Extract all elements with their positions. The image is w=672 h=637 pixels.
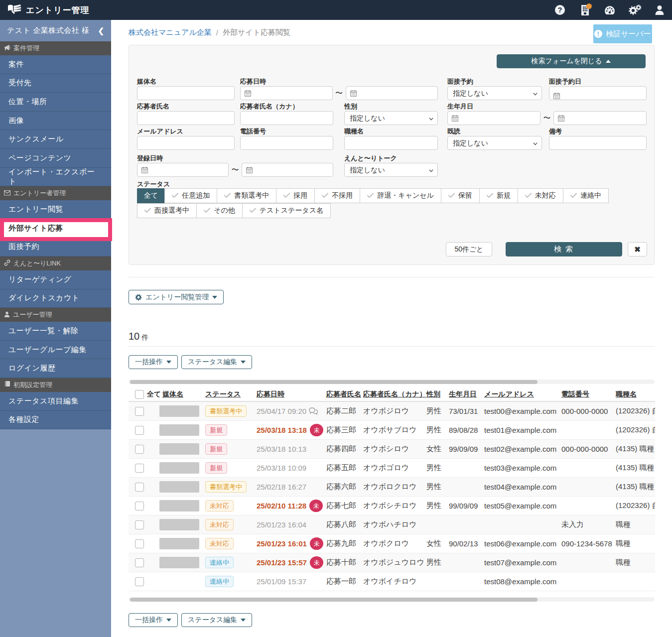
sort-link[interactable]: 応募者氏名（カナ）: [363, 390, 426, 398]
bulk-operation-button[interactable]: 一括操作: [129, 613, 178, 627]
row-checkbox[interactable]: [135, 426, 144, 435]
sidebar-collapse-icon[interactable]: ❮: [98, 26, 104, 35]
select-input[interactable]: 指定しない: [447, 136, 542, 150]
table-row[interactable]: 書類選考中25/04/17 09:20応募二郎オウボジロウ男性73/01/31t…: [129, 401, 655, 420]
row-checkbox[interactable]: [135, 558, 144, 567]
per-page-select[interactable]: 50件ごと: [446, 242, 492, 256]
table-row[interactable]: 新規25/03/18 10:13応募四郎オウボシロウ女性99/09/09test…: [129, 439, 655, 458]
table-row[interactable]: 新規25/03/18 13:18未応募三郎オウボサブロウ男性89/08/28te…: [129, 420, 655, 439]
status-filter-all[interactable]: 全て: [137, 188, 165, 203]
status-edit-button[interactable]: ステータス編集: [181, 355, 252, 369]
sidebar-item[interactable]: ステータス項目編集: [0, 392, 111, 411]
sidebar-item[interactable]: ダイレクトスカウト: [0, 289, 111, 308]
sidebar-item[interactable]: 外部サイト応募: [0, 219, 111, 238]
row-checkbox[interactable]: [135, 483, 144, 492]
date-input[interactable]: [346, 86, 438, 100]
status-filter-option[interactable]: 不採用: [314, 188, 360, 203]
row-checkbox[interactable]: [135, 464, 144, 473]
select-field[interactable]: 指定しない: [447, 86, 542, 100]
table-row[interactable]: 書類選考中25/02/18 16:27応募六郎オウボロクロウ男性test04@e…: [129, 477, 655, 496]
entry-view-management-button[interactable]: エントリー閲覧管理: [129, 290, 224, 304]
status-filter-option[interactable]: 新規: [479, 188, 518, 203]
row-checkbox[interactable]: [135, 407, 144, 416]
sidebar-item[interactable]: ユーザー一覧・解除: [0, 322, 111, 341]
sort-link[interactable]: 応募日時: [257, 390, 284, 398]
sidebar-item[interactable]: ユーザーグループ編集: [0, 341, 111, 360]
select-field[interactable]: 指定しない: [344, 163, 438, 177]
sidebar-item[interactable]: 面接予約: [0, 238, 111, 256]
settings-icon[interactable]: [622, 0, 647, 20]
table-scrollbar-bottom[interactable]: [129, 597, 655, 602]
sort-link[interactable]: 生年月日: [449, 390, 477, 398]
clear-search-button[interactable]: ✖: [628, 242, 647, 256]
table-row[interactable]: 未対応25/01/23 16:01未応募九郎オウボクロウ女性90/02/13te…: [129, 534, 655, 553]
text-input-field[interactable]: [137, 136, 235, 150]
status-filter-option[interactable]: その他: [196, 203, 243, 218]
sidebar-item[interactable]: サンクスメール: [0, 130, 111, 149]
text-input-field[interactable]: [240, 111, 333, 125]
text-input[interactable]: [549, 136, 647, 150]
sort-link[interactable]: 性別: [426, 390, 440, 398]
select-all-checkbox[interactable]: [135, 390, 144, 399]
row-checkbox[interactable]: [135, 577, 144, 586]
date-input[interactable]: [447, 111, 540, 125]
text-input[interactable]: [240, 136, 333, 150]
table-row[interactable]: 連絡中25/01/23 15:57未応募十郎オウボジュウロウ男性test07@e…: [129, 553, 655, 572]
date-input-field[interactable]: [447, 111, 540, 125]
date-input-field[interactable]: [553, 111, 647, 125]
sort-link[interactable]: 応募者氏名: [326, 390, 361, 398]
select-input[interactable]: 指定しない: [447, 86, 542, 100]
select-field[interactable]: 指定しない: [344, 111, 438, 125]
date-input[interactable]: [137, 163, 229, 177]
close-search-form-button[interactable]: 検索フォームを閉じる: [497, 54, 646, 68]
sidebar-item[interactable]: 各種設定: [0, 411, 111, 430]
search-button[interactable]: 検 索: [506, 242, 622, 256]
breadcrumb-company-link[interactable]: 株式会社マニュアル企業: [129, 28, 212, 37]
status-filter-option[interactable]: 辞退・キャンセル: [360, 188, 441, 203]
sidebar-item[interactable]: 案件: [0, 55, 111, 74]
dashboard-icon[interactable]: [597, 0, 622, 20]
text-input-field[interactable]: [549, 136, 647, 150]
row-checkbox[interactable]: [135, 539, 144, 548]
text-input-field[interactable]: [137, 86, 235, 100]
date-input-field[interactable]: [549, 86, 647, 100]
text-input-field[interactable]: [240, 136, 333, 150]
text-input[interactable]: [137, 86, 235, 100]
sidebar-item[interactable]: 画像: [0, 112, 111, 130]
table-row[interactable]: 新規25/03/18 10:09応募五郎オウボゴロウ男性test03@examp…: [129, 458, 655, 477]
select-input[interactable]: 指定しない: [344, 111, 438, 125]
text-input[interactable]: [137, 136, 235, 150]
sort-link[interactable]: メールアドレス: [484, 390, 534, 398]
status-filter-option[interactable]: 未対応: [518, 188, 563, 203]
table-scrollbar-top[interactable]: [129, 380, 655, 384]
status-filter-option[interactable]: 連絡中: [563, 188, 609, 203]
status-filter-option[interactable]: 任意追加: [164, 188, 217, 203]
sidebar-item[interactable]: リターゲティング: [0, 270, 111, 289]
table-row[interactable]: 連絡中25/01/09 15:37応募一郎オウボイチロウtest08@examp…: [129, 572, 655, 591]
text-input-field[interactable]: [137, 111, 235, 125]
status-filter-option[interactable]: 書類選考中: [217, 188, 276, 203]
date-input-field[interactable]: [240, 86, 333, 100]
sidebar-item[interactable]: インポート・エクスポート: [0, 168, 111, 187]
text-input[interactable]: [344, 136, 438, 150]
date-input[interactable]: [553, 111, 647, 125]
sidebar-item[interactable]: エントリー閲覧: [0, 200, 111, 219]
status-filter-option[interactable]: テストステータス名: [242, 203, 331, 218]
sidebar-item[interactable]: 受付先: [0, 74, 111, 93]
account-icon[interactable]: [647, 0, 672, 20]
sidebar-item[interactable]: ページコンテンツ: [0, 149, 111, 168]
text-input-field[interactable]: [344, 136, 438, 150]
sidebar-item[interactable]: ログイン履歴: [0, 359, 111, 378]
select-field[interactable]: 指定しない: [447, 136, 542, 150]
text-input[interactable]: [240, 111, 333, 125]
date-input[interactable]: [242, 163, 333, 177]
select-input[interactable]: 指定しない: [344, 163, 438, 177]
sort-link[interactable]: 媒体名: [162, 390, 183, 398]
help-icon[interactable]: ?: [547, 0, 572, 20]
table-row[interactable]: 未対応25/01/23 16:04応募八郎オウボハチロウ未入力職種: [129, 515, 655, 534]
text-input[interactable]: [137, 111, 235, 125]
date-input-field[interactable]: [137, 163, 229, 177]
sort-link[interactable]: 職種名: [616, 390, 637, 398]
date-input-field[interactable]: [242, 163, 333, 177]
sort-link[interactable]: ステータス: [205, 390, 241, 398]
